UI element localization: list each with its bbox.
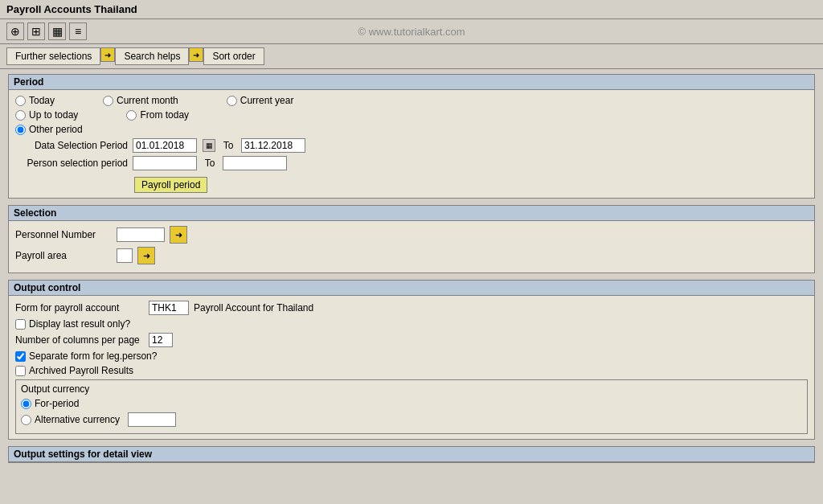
form-payroll-row: Form for payroll account THK1 Payroll Ac… [15,301,808,315]
tab-bar: Further selections ➜ Search helps ➜ Sort… [0,44,823,69]
person-from-input[interactable] [133,156,197,170]
separate-form-label: Separate form for leg.person? [29,350,157,362]
display-last-label: Display last result only? [29,318,130,330]
for-period-radio[interactable] [21,399,31,409]
personnel-number-label: Personnel Number [15,229,112,240]
tab-arrow-2[interactable]: ➜ [189,47,203,62]
display-last-checkbox[interactable] [15,319,26,330]
period-row-2: Up to today From today [15,109,808,121]
personnel-number-arrow-btn[interactable]: ➜ [170,226,187,244]
separate-form-checkbox[interactable] [15,351,26,362]
radio-current-month-item: Current month [103,95,178,106]
radio-current-month-label: Current month [117,95,178,106]
data-selection-to-input[interactable]: 31.12.2018 [241,138,305,153]
display-last-row: Display last result only? [15,318,808,330]
toolbar-icon-2[interactable]: ⊞ [27,23,45,40]
form-payroll-label: Form for payroll account [15,302,144,313]
title-bar: Payroll Accounts Thailand [0,0,823,19]
period-row-3: Other period [15,124,808,135]
payroll-area-label: Payroll area [15,250,112,261]
radio-up-to-today-label: Up to today [29,109,78,121]
to-label-1: To [220,140,236,151]
archived-label: Archived Payroll Results [29,365,133,376]
radio-other-period-label: Other period [29,124,83,135]
for-period-label: For-period [35,398,79,409]
output-settings-section: Output settings for detail view [8,446,815,463]
output-settings-header: Output settings for detail view [9,447,814,462]
form-description: Payroll Account for Thailand [194,302,313,313]
tab-sort-order-label: Sort order [212,51,255,62]
watermark: © www.tutorialkart.com [358,26,465,38]
archived-checkbox[interactable] [15,366,26,376]
alternative-currency-label: Alternative currency [35,414,120,425]
data-selection-period-row: Data Selection Period 01.01.2018 ▦ To 31… [15,138,808,153]
tab-further-selections-label: Further selections [15,51,92,62]
to-label-2: To [202,158,218,169]
toolbar-icon-3[interactable]: ▦ [48,23,66,40]
alternative-currency-item: Alternative currency [21,414,120,425]
payroll-period-button[interactable]: Payroll period [134,177,207,193]
tab-sort-order[interactable]: Sort order [203,47,264,65]
payroll-period-btn-row: Payroll period [15,174,808,193]
alternative-currency-row: Alternative currency [21,412,802,427]
app-title: Payroll Accounts Thailand [6,3,137,15]
alternative-currency-input[interactable] [128,412,176,427]
output-control-section: Output control Form for payroll account … [8,280,815,440]
num-columns-input[interactable]: 12 [149,333,173,347]
payroll-area-arrow-btn[interactable]: ➜ [137,247,155,264]
payroll-area-input[interactable] [117,248,133,263]
radio-from-today-item: From today [126,109,189,121]
radio-current-year[interactable] [227,96,237,106]
period-row-1: Today Current month Current year [15,95,808,106]
person-selection-period-row: Person selection period To [15,156,808,170]
radio-current-year-item: Current year [227,95,294,106]
selection-section: Selection Personnel Number ➜ Payroll are… [8,205,815,273]
toolbar: ⊕ ⊞ ▦ ≡ © www.tutorialkart.com [0,19,823,44]
tab-arrow-1[interactable]: ➜ [100,47,115,62]
main-content: Period Today Current month Current year [0,69,823,474]
radio-from-today[interactable] [126,110,137,121]
output-currency-header: Output currency [21,383,802,395]
form-payroll-input[interactable]: THK1 [149,301,189,315]
data-selection-from-input[interactable]: 01.01.2018 [133,138,197,153]
selection-header: Selection [9,206,814,221]
person-to-input[interactable] [223,156,287,170]
num-columns-label: Number of columns per page [15,334,144,346]
radio-from-today-label: From today [140,109,189,121]
payroll-area-row: Payroll area ➜ [15,247,808,264]
tab-search-helps[interactable]: Search helps [115,47,189,65]
radio-current-year-label: Current year [240,95,294,106]
data-selection-period-label: Data Selection Period [15,140,128,151]
radio-other-period-item: Other period [15,124,83,135]
period-section: Period Today Current month Current year [8,74,815,199]
output-control-header: Output control [9,281,814,296]
toolbar-icon-4[interactable]: ≡ [69,23,87,40]
tab-further-selections[interactable]: Further selections [6,47,100,65]
period-body: Today Current month Current year Up to t… [9,90,814,198]
radio-today-label: Today [29,95,55,106]
tab-search-helps-label: Search helps [124,51,180,62]
for-period-row: For-period [21,398,802,409]
num-columns-row: Number of columns per page 12 [15,333,808,347]
alternative-currency-radio[interactable] [21,415,31,425]
archived-row: Archived Payroll Results [15,365,808,376]
person-selection-period-label: Person selection period [15,158,128,169]
radio-current-month[interactable] [103,96,113,106]
selection-body: Personnel Number ➜ Payroll area ➜ [9,221,814,272]
radio-other-period[interactable] [15,125,26,135]
period-header: Period [9,75,814,90]
personnel-number-row: Personnel Number ➜ [15,226,808,244]
radio-up-to-today-item: Up to today [15,109,78,121]
radio-today-item: Today [15,95,55,106]
for-period-item: For-period [21,398,79,409]
calendar-icon-1[interactable]: ▦ [203,139,215,152]
output-control-body: Form for payroll account THK1 Payroll Ac… [9,296,814,439]
output-currency-section: Output currency For-period Alternative c… [15,379,808,434]
radio-up-to-today[interactable] [15,110,26,121]
separate-form-row: Separate form for leg.person? [15,350,808,362]
toolbar-icon-1[interactable]: ⊕ [6,23,24,40]
personnel-number-input[interactable] [117,227,165,242]
radio-today[interactable] [15,96,26,106]
